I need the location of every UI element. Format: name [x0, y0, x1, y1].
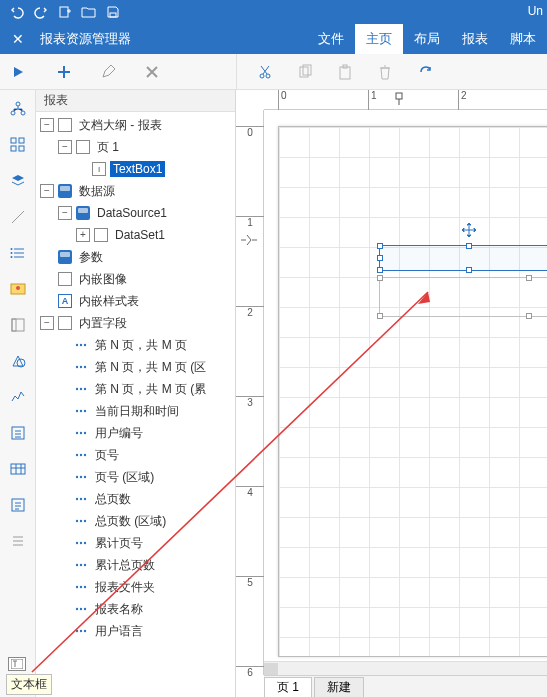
main-area: 报表 −文档大纲 - 报表 −页 1 ITextBox1 −数据源 −DataS… — [0, 90, 547, 697]
svg-point-59 — [76, 586, 78, 588]
cut-icon[interactable] — [255, 62, 275, 82]
svg-rect-13 — [11, 146, 16, 151]
svg-point-33 — [80, 388, 82, 390]
tab-script[interactable]: 脚本 — [499, 24, 547, 54]
svg-point-57 — [80, 564, 82, 566]
page-tab-new[interactable]: 新建 — [314, 677, 364, 697]
svg-rect-6 — [340, 67, 350, 79]
add-icon[interactable] — [54, 62, 74, 82]
svg-point-49 — [84, 498, 86, 500]
redo2-icon[interactable] — [415, 62, 435, 82]
rail-richtext-icon[interactable] — [7, 494, 29, 516]
node-builtin-item[interactable]: 报表文件夹 — [36, 576, 235, 598]
horizontal-scrollbar[interactable] — [264, 661, 547, 675]
svg-point-48 — [80, 498, 82, 500]
rail-table-icon[interactable] — [7, 458, 29, 480]
node-builtin-item[interactable]: 累计总页数 — [36, 554, 235, 576]
node-emb-style[interactable]: A内嵌样式表 — [36, 290, 235, 312]
copy-icon[interactable] — [295, 62, 315, 82]
open-icon[interactable] — [78, 1, 100, 23]
node-builtin-item[interactable]: 第 N 页，共 M 页 (区 — [36, 356, 235, 378]
svg-point-52 — [84, 520, 86, 522]
node-dataset1[interactable]: +DataSet1 — [36, 224, 235, 246]
svg-point-45 — [80, 476, 82, 478]
svg-point-30 — [80, 366, 82, 368]
node-datasource1[interactable]: −DataSource1 — [36, 202, 235, 224]
rail-grid-icon[interactable] — [7, 134, 29, 156]
tab-report[interactable]: 报表 — [451, 24, 499, 54]
node-datasource-root[interactable]: −数据源 — [36, 180, 235, 202]
svg-point-63 — [80, 608, 82, 610]
svg-point-67 — [84, 630, 86, 632]
node-builtin-item[interactable]: 页号 (区域) — [36, 466, 235, 488]
rail-shape-icon[interactable] — [7, 350, 29, 372]
rail-panel-icon[interactable] — [7, 314, 29, 336]
node-builtin-item[interactable]: 当前日期和时间 — [36, 400, 235, 422]
rail-hierarchy-icon[interactable] — [7, 98, 29, 120]
move-handle-icon[interactable] — [461, 222, 477, 238]
rail-map-icon[interactable] — [7, 278, 29, 300]
svg-point-54 — [80, 542, 82, 544]
node-builtin-item[interactable]: 累计页号 — [36, 532, 235, 554]
node-builtin-item[interactable]: 用户语言 — [36, 620, 235, 642]
window-title-fragment: Un — [528, 4, 543, 18]
svg-point-28 — [84, 344, 86, 346]
section-band[interactable] — [379, 277, 547, 317]
tab-layout[interactable]: 布局 — [403, 24, 451, 54]
node-emb-image[interactable]: 内嵌图像 — [36, 268, 235, 290]
svg-point-31 — [84, 366, 86, 368]
svg-point-27 — [80, 344, 82, 346]
page-tab-active[interactable]: 页 1 — [264, 677, 312, 697]
node-builtin-item[interactable]: 总页数 (区域) — [36, 510, 235, 532]
rail-layers-icon[interactable] — [7, 170, 29, 192]
svg-rect-1 — [110, 13, 116, 17]
node-builtin-item[interactable]: 页号 — [36, 444, 235, 466]
style-icon: A — [58, 294, 72, 308]
node-params[interactable]: 参数 — [36, 246, 235, 268]
paste-icon[interactable] — [335, 62, 355, 82]
save-icon[interactable] — [102, 1, 124, 23]
play-icon[interactable] — [8, 62, 28, 82]
svg-rect-11 — [11, 138, 16, 143]
svg-point-8 — [16, 102, 20, 106]
svg-point-46 — [84, 476, 86, 478]
node-builtin-item[interactable]: 用户编号 — [36, 422, 235, 444]
svg-point-38 — [76, 432, 78, 434]
svg-point-55 — [84, 542, 86, 544]
node-page1[interactable]: −页 1 — [36, 136, 235, 158]
design-canvas[interactable]: 0 1 2 0 1 2 3 4 5 6 — [236, 90, 547, 697]
tab-file[interactable]: 文件 — [307, 24, 355, 54]
edit-icon[interactable] — [98, 62, 118, 82]
report-page[interactable] — [278, 126, 547, 657]
redo-icon[interactable] — [30, 1, 52, 23]
svg-point-41 — [76, 454, 78, 456]
new-icon[interactable] — [54, 1, 76, 23]
node-textbox1[interactable]: ITextBox1 — [36, 158, 235, 180]
scroll-left-button[interactable] — [264, 663, 278, 675]
svg-point-51 — [80, 520, 82, 522]
explorer-tree[interactable]: −文档大纲 - 报表 −页 1 ITextBox1 −数据源 −DataSour… — [36, 112, 235, 697]
rail-line-icon[interactable] — [7, 206, 29, 228]
ruler-indicator-icon[interactable] — [394, 92, 404, 106]
ruler-horizontal: 0 1 2 — [264, 90, 547, 110]
svg-point-3 — [266, 74, 270, 78]
panel-close-button[interactable]: ✕ — [0, 24, 36, 54]
selected-textbox[interactable] — [379, 245, 547, 271]
trash-icon[interactable] — [375, 62, 395, 82]
node-builtin-item[interactable]: 第 N 页，共 M 页 — [36, 334, 235, 356]
node-doc-outline[interactable]: −文档大纲 - 报表 — [36, 114, 235, 136]
node-builtin-item[interactable]: 第 N 页，共 M 页 (累 — [36, 378, 235, 400]
section-break-icon[interactable] — [240, 234, 258, 246]
delete-icon[interactable] — [142, 62, 162, 82]
textbox-tool-icon[interactable] — [8, 657, 26, 671]
rail-subreport-icon[interactable] — [7, 422, 29, 444]
node-builtin-item[interactable]: 报表名称 — [36, 598, 235, 620]
undo-icon[interactable] — [6, 1, 28, 23]
svg-point-44 — [76, 476, 78, 478]
rail-spark-icon[interactable] — [7, 386, 29, 408]
node-builtin[interactable]: −内置字段 — [36, 312, 235, 334]
node-builtin-item[interactable]: 总页数 — [36, 488, 235, 510]
rail-toc-icon[interactable] — [7, 530, 29, 552]
rail-list-icon[interactable] — [7, 242, 29, 264]
tab-home[interactable]: 主页 — [355, 24, 403, 54]
